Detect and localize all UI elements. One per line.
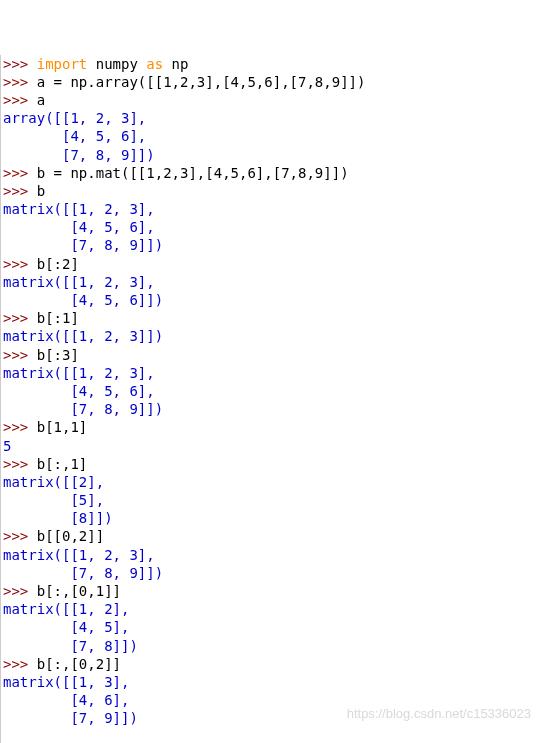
- code-segment-out: [7, 8, 9]]): [3, 565, 163, 581]
- code-line: >>> b: [3, 182, 541, 200]
- code-line: matrix([[1, 2, 3]]): [3, 327, 541, 345]
- code-line: matrix([[1, 3],: [3, 673, 541, 691]
- code-segment-prompt: >>>: [3, 347, 37, 363]
- code-segment-out: matrix([[1, 2],: [3, 601, 129, 617]
- code-segment-txt: b[:2]: [37, 256, 79, 272]
- code-line: [7, 8, 9]]): [3, 236, 541, 254]
- code-line: >>> a: [3, 91, 541, 109]
- code-segment-prompt: >>>: [3, 456, 37, 472]
- code-segment-out: [8]]): [3, 510, 113, 526]
- code-line: >>> b[:,1]: [3, 455, 541, 473]
- code-segment-prompt: >>>: [3, 310, 37, 326]
- code-line: [4, 5, 6],: [3, 382, 541, 400]
- code-line: [7, 8, 9]]): [3, 400, 541, 418]
- code-line: >>> b[:,[0,2]]: [3, 655, 541, 673]
- code-line: [4, 5],: [3, 618, 541, 636]
- code-segment-txt: b[:,[0,1]]: [37, 583, 121, 599]
- code-line: [4, 5, 6]]): [3, 291, 541, 309]
- code-segment-out: [4, 5, 6],: [3, 128, 146, 144]
- code-segment-out: [7, 8, 9]]): [3, 401, 163, 417]
- code-line: >>> b[[0,2]]: [3, 527, 541, 545]
- code-segment-out: [5],: [3, 492, 104, 508]
- code-segment-prompt: >>>: [3, 74, 37, 90]
- code-line: >>> b[1,1]: [3, 418, 541, 436]
- code-segment-txt: b[:,[0,2]]: [37, 656, 121, 672]
- code-line: matrix([[1, 2, 3],: [3, 273, 541, 291]
- code-line: matrix([[2],: [3, 473, 541, 491]
- code-segment-out: [7, 9]]): [3, 710, 138, 726]
- code-segment-txt: b[:3]: [37, 347, 79, 363]
- code-segment-prompt: >>>: [3, 92, 37, 108]
- code-line: >>> b[:3]: [3, 346, 541, 364]
- code-line: [7, 8, 9]]): [3, 564, 541, 582]
- code-segment-out: [7, 8, 9]]): [3, 237, 163, 253]
- code-line: >>> b[:1]: [3, 309, 541, 327]
- code-segment-txt: a: [37, 92, 45, 108]
- code-line: matrix([[1, 2],: [3, 600, 541, 618]
- code-segment-out: matrix([[1, 2, 3],: [3, 365, 155, 381]
- code-line: >>> b = np.mat([[1,2,3],[4,5,6],[7,8,9]]…: [3, 164, 541, 182]
- code-segment-out: [4, 5],: [3, 619, 129, 635]
- code-segment-out: matrix([[2],: [3, 474, 104, 490]
- code-segment-txt: b: [37, 183, 45, 199]
- code-segment-txt: b[[0,2]]: [37, 528, 104, 544]
- code-segment-out: [4, 6],: [3, 692, 129, 708]
- code-segment-prompt: >>>: [3, 419, 37, 435]
- code-line: array([[1, 2, 3],: [3, 109, 541, 127]
- code-segment-prompt: >>>: [3, 656, 37, 672]
- code-segment-txt: b[:,1]: [37, 456, 88, 472]
- code-segment-txt: np: [163, 56, 188, 72]
- code-line: [4, 5, 6],: [3, 218, 541, 236]
- code-line: >>> a = np.array([[1,2,3],[4,5,6],[7,8,9…: [3, 73, 541, 91]
- code-segment-prompt: >>>: [3, 528, 37, 544]
- code-segment-txt: b = np.mat([[1,2,3],[4,5,6],[7,8,9]]): [37, 165, 349, 181]
- code-segment-out: matrix([[1, 2, 3],: [3, 201, 155, 217]
- code-segment-txt: b[1,1]: [37, 419, 88, 435]
- code-segment-out: [7, 8]]): [3, 638, 138, 654]
- code-segment-num: 5: [3, 438, 11, 454]
- code-segment-out: [7, 8, 9]]): [3, 147, 155, 163]
- code-segment-kw: as: [146, 56, 163, 72]
- code-line: >>> b[:,[0,1]]: [3, 582, 541, 600]
- code-line: >>> import numpy as np: [3, 55, 541, 73]
- code-line: [4, 5, 6],: [3, 127, 541, 145]
- code-line: [7, 8]]): [3, 637, 541, 655]
- code-segment-out: [4, 5, 6]]): [3, 292, 163, 308]
- code-segment-prompt: >>>: [3, 183, 37, 199]
- code-segment-out: matrix([[1, 2, 3],: [3, 547, 155, 563]
- code-segment-out: [4, 5, 6],: [3, 383, 155, 399]
- code-line: [8]]): [3, 509, 541, 527]
- code-segment-txt: a = np.array([[1,2,3],[4,5,6],[7,8,9]]): [37, 74, 366, 90]
- code-segment-txt: numpy: [87, 56, 146, 72]
- code-line: [5],: [3, 491, 541, 509]
- code-segment-out: matrix([[1, 2, 3]]): [3, 328, 163, 344]
- code-line: matrix([[1, 2, 3],: [3, 546, 541, 564]
- code-segment-kw: import: [37, 56, 88, 72]
- code-segment-out: [4, 5, 6],: [3, 219, 155, 235]
- code-segment-out: matrix([[1, 3],: [3, 674, 129, 690]
- code-line: matrix([[1, 2, 3],: [3, 200, 541, 218]
- watermark-text: https://blog.csdn.net/c15336023: [347, 706, 531, 723]
- code-segment-out: array([[1, 2, 3],: [3, 110, 146, 126]
- code-line: 5: [3, 437, 541, 455]
- code-segment-prompt: >>>: [3, 165, 37, 181]
- code-segment-prompt: >>>: [3, 583, 37, 599]
- code-terminal: >>> import numpy as np>>> a = np.array([…: [0, 55, 541, 743]
- code-segment-txt: b[:1]: [37, 310, 79, 326]
- code-segment-prompt: >>>: [3, 256, 37, 272]
- code-line: [7, 8, 9]]): [3, 146, 541, 164]
- code-segment-out: matrix([[1, 2, 3],: [3, 274, 155, 290]
- code-line: matrix([[1, 2, 3],: [3, 364, 541, 382]
- code-segment-prompt: >>>: [3, 56, 37, 72]
- code-line: >>> b[:2]: [3, 255, 541, 273]
